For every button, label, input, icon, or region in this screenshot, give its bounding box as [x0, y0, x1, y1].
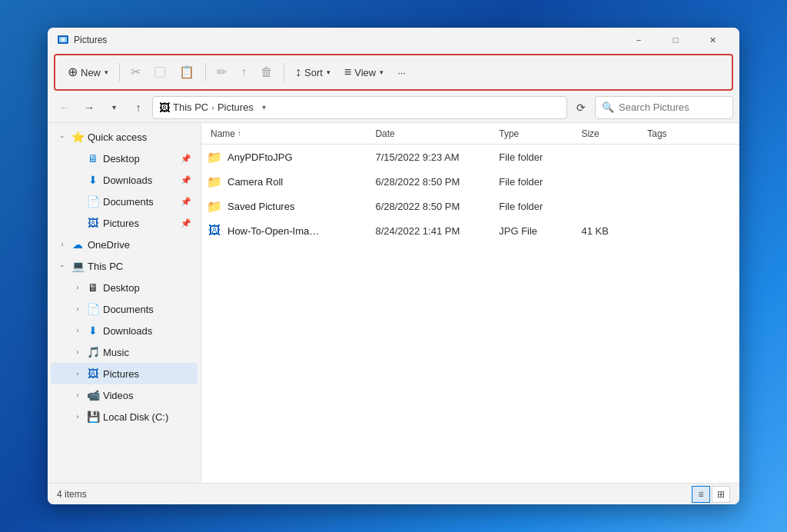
status-bar: 4 items ≡ ⊞: [48, 483, 739, 504]
up-button[interactable]: ↑: [128, 97, 149, 118]
sidebar-item-documents2[interactable]: › 📄 Documents: [51, 298, 198, 320]
sidebar-item-local-disk[interactable]: › 💾 Local Disk (C:): [51, 406, 198, 427]
column-header-type[interactable]: Type: [496, 123, 578, 144]
address-bar: ← → ▾ ↑ 🖼 This PC › Pictures ▾ ⟳ 🔍: [48, 92, 739, 123]
quick-access-chevron-icon: ›: [58, 131, 66, 142]
paste-icon: 📋: [179, 66, 194, 78]
sidebar-item-videos[interactable]: › 📹 Videos: [51, 384, 198, 406]
rename-button[interactable]: ✏: [211, 58, 233, 86]
path-pictures-icon: 🖼: [159, 101, 170, 114]
local-disk-icon: 💾: [86, 410, 100, 424]
table-row[interactable]: 📁 AnyPDFtoJPG 7/15/2022 9:23 AM File fol…: [201, 145, 739, 169]
address-path[interactable]: 🖼 This PC › Pictures ▾: [152, 96, 567, 119]
videos-icon: 📹: [86, 388, 100, 402]
path-part-2: Pictures: [218, 101, 254, 113]
table-row[interactable]: 🖼 How-To-Open-Ima… 8/24/2022 1:41 PM JPG…: [201, 218, 739, 243]
refresh-button[interactable]: ⟳: [570, 97, 592, 118]
dropdown-button[interactable]: ▾: [103, 97, 125, 118]
view-details-button[interactable]: ≡: [692, 486, 710, 503]
share-icon: ↑: [241, 66, 247, 78]
window-title: Pictures: [74, 35, 107, 45]
file-name-anypdf: 📁 AnyPDFtoJPG: [208, 150, 372, 164]
desktop2-icon: 🖥: [86, 281, 100, 294]
path-dropdown-button[interactable]: ▾: [257, 100, 272, 115]
cut-button[interactable]: ✂: [125, 58, 147, 86]
close-button[interactable]: ✕: [695, 28, 730, 52]
title-bar-left: Pictures: [57, 34, 107, 46]
refresh-icon: ⟳: [576, 101, 586, 114]
title-bar: Pictures − □ ✕: [48, 28, 739, 52]
sidebar-section-onedrive[interactable]: › ☁ OneDrive: [51, 234, 198, 255]
copy-button[interactable]: [148, 58, 171, 86]
videos-chevron-icon: ›: [72, 391, 83, 399]
desktop2-chevron-icon: ›: [72, 284, 83, 291]
downloads-icon: ⬇: [86, 173, 100, 187]
this-pc-chevron-icon: ›: [58, 261, 66, 271]
sidebar-section-this-pc[interactable]: › 💻 This PC: [51, 255, 198, 277]
new-button[interactable]: ⊕ New ▾: [61, 58, 115, 86]
sidebar-item-pictures2[interactable]: › 🖼 Pictures: [51, 363, 198, 384]
sort-chevron-icon: ▾: [327, 68, 330, 76]
sort-button[interactable]: ↕ Sort ▾: [289, 58, 337, 86]
this-pc-label: This PC: [88, 261, 191, 272]
delete-icon: 🗑: [261, 66, 273, 78]
separator-1: [119, 63, 120, 81]
pictures-qa-pin-icon: 📌: [181, 218, 191, 228]
search-icon: 🔍: [602, 101, 614, 113]
column-header-size[interactable]: Size: [578, 123, 644, 144]
sidebar-item-desktop[interactable]: 🖥 Desktop 📌: [51, 148, 198, 169]
sidebar-item-downloads2[interactable]: › ⬇ Downloads: [51, 320, 198, 341]
local-disk-label: Local Disk (C:): [103, 411, 191, 423]
main-content: › ⭐ Quick access 🖥 Desktop 📌 ⬇ Downloads…: [48, 123, 739, 483]
desktop-label: Desktop: [103, 153, 178, 165]
view-chevron-icon: ▾: [380, 68, 384, 76]
column-header-date[interactable]: Date: [372, 123, 496, 144]
copy-icon: [154, 67, 165, 78]
more-button[interactable]: ···: [391, 58, 412, 86]
quick-access-icon: ⭐: [71, 130, 85, 144]
documents-pin-icon: 📌: [181, 197, 191, 207]
maximize-button[interactable]: □: [658, 28, 693, 52]
column-header-tags[interactable]: Tags: [644, 123, 710, 144]
dropdown-icon: ▾: [112, 103, 116, 111]
sidebar-item-pictures-qa[interactable]: 🖼 Pictures 📌: [51, 212, 198, 234]
back-icon: ←: [59, 101, 70, 114]
sidebar-item-desktop2[interactable]: › 🖥 Desktop: [51, 277, 198, 298]
pictures-qa-label: Pictures: [103, 218, 178, 229]
documents2-icon: 📄: [86, 302, 100, 316]
documents2-chevron-icon: ›: [72, 305, 83, 313]
search-box[interactable]: 🔍: [595, 96, 733, 119]
sidebar-item-music[interactable]: › 🎵 Music: [51, 341, 198, 363]
back-button[interactable]: ←: [54, 97, 75, 118]
column-header-name[interactable]: Name ↑: [208, 123, 372, 144]
paste-button[interactable]: 📋: [173, 58, 201, 86]
window-icon: [57, 34, 69, 46]
forward-button[interactable]: →: [78, 97, 100, 118]
more-label: ···: [397, 67, 406, 78]
delete-button[interactable]: 🗑: [254, 58, 279, 86]
toolbar: ⊕ New ▾ ✂ 📋 ✏ ↑ 🗑: [54, 54, 733, 91]
view-tiles-button[interactable]: ⊞: [712, 486, 730, 503]
documents-label: Documents: [103, 196, 178, 208]
pictures2-icon: 🖼: [86, 367, 100, 381]
file-date-cameraroll: 6/28/2022 8:50 PM: [372, 176, 496, 188]
downloads2-label: Downloads: [103, 325, 191, 337]
search-input[interactable]: [619, 101, 726, 113]
svg-point-2: [61, 38, 65, 42]
up-icon: ↑: [136, 101, 141, 114]
minimize-button[interactable]: −: [621, 28, 656, 52]
sidebar-section-quick-access[interactable]: › ⭐ Quick access: [51, 126, 198, 148]
view-button[interactable]: ≡ View ▾: [338, 58, 390, 86]
desktop-pin-icon: 📌: [181, 154, 191, 164]
documents2-label: Documents: [103, 304, 191, 315]
cut-icon: ✂: [131, 66, 141, 78]
path-part-1: This PC: [173, 101, 208, 113]
rename-icon: ✏: [217, 66, 227, 78]
share-button[interactable]: ↑: [234, 58, 253, 86]
sidebar-item-documents[interactable]: 📄 Documents 📌: [51, 191, 198, 212]
table-row[interactable]: 📁 Camera Roll 6/28/2022 8:50 PM File fol…: [201, 169, 739, 194]
file-name-howtoopen: 🖼 How-To-Open-Ima…: [208, 224, 372, 238]
table-row[interactable]: 📁 Saved Pictures 6/28/2022 8:50 PM File …: [201, 194, 739, 218]
sidebar-item-downloads[interactable]: ⬇ Downloads 📌: [51, 169, 198, 191]
jpg-icon-howtoopen: 🖼: [208, 224, 221, 238]
